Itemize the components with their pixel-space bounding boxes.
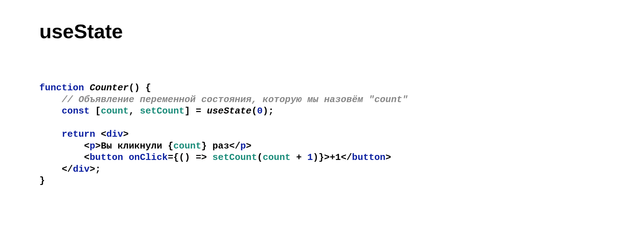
code-line-2: // Объявление переменной состояния, кото… bbox=[39, 94, 408, 105]
code-line-5: return <div> bbox=[39, 129, 129, 140]
code-line-8: </div>; bbox=[39, 164, 101, 175]
code-block: function Counter() { // Объявление перем… bbox=[39, 82, 605, 187]
code-line-7: <button onClick={() => setCount(count + … bbox=[39, 152, 391, 163]
code-line-1: function Counter() { bbox=[39, 82, 151, 93]
page-title: useState bbox=[39, 20, 605, 43]
code-line-6: <p>Вы кликнули {count} раз</p> bbox=[39, 141, 252, 151]
code-line-9: } bbox=[39, 175, 45, 186]
code-line-3: const [count, setCount] = useState(0); bbox=[39, 106, 274, 116]
